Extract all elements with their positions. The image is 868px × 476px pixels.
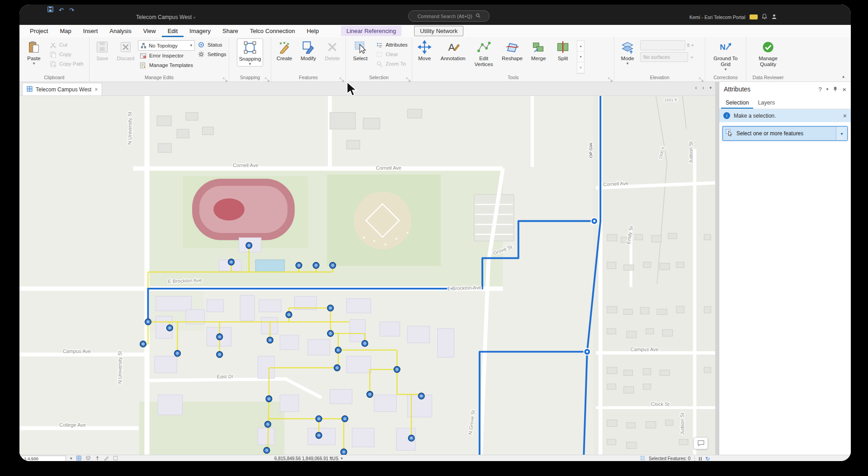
clear-icon [376,51,383,58]
chevron-down-icon: ▾ [193,15,196,20]
modify-button[interactable]: Modify [297,38,320,62]
map-canvas[interactable]: Cornell AveCornell AveCornell AveE Brock… [19,96,715,455]
cut-button[interactable]: Cut [48,40,85,49]
street-label: Campus Ave [63,348,91,354]
ground-to-grid-button[interactable]: N Ground To Grid ▾ [709,38,742,71]
topology-dropdown[interactable]: No Topology ▾ [138,40,195,51]
paste-button[interactable]: Paste ▾ [21,38,47,66]
ground-to-grid-icon: N [719,40,732,54]
elevation-mode-button[interactable]: Mode ▾ [616,38,639,66]
account-area[interactable]: Kemi - Esri Telecom Portal [689,14,777,20]
reshape-tool-button[interactable]: Reshape [500,38,524,62]
delete-button[interactable]: Delete [321,38,344,62]
select-button[interactable]: Select [348,38,373,62]
clear-selection-button[interactable]: Clear [374,50,407,59]
tab-linear-referencing[interactable]: Linear Referencing [341,26,401,36]
collapse-ribbon-icon[interactable]: ▴ [842,74,844,79]
tab-telco-connection[interactable]: Telco Connection [244,25,301,37]
ribbon-tab-row: Project Map Insert Analysis View Edit Im… [19,25,851,37]
discard-icon [119,40,132,54]
error-inspector-button[interactable]: Error Inspector [138,51,195,60]
map-comment-button[interactable] [693,437,708,449]
gallery-up-icon[interactable]: ▴ [577,41,584,52]
zoom-to-button[interactable]: Zoom To [374,59,407,68]
ribbon-group-tools: Move A Annotation Edit Vertices Reshape … [412,37,614,81]
tab-list-icon[interactable]: ▾ [709,85,712,91]
svg-text:N: N [720,43,726,52]
chevron-down-icon: ▾ [341,457,343,461]
map-view[interactable]: Cornell AveCornell AveCornell AveE Brock… [19,96,715,455]
attributes-button[interactable]: Attributes [374,40,407,49]
dialog-launcher-icon[interactable] [265,76,269,80]
dialog-launcher-icon[interactable] [406,76,410,80]
close-tab-icon[interactable]: × [94,86,98,93]
chevron-down-icon: ▾ [725,67,727,71]
tab-imagery[interactable]: Imagery [184,25,217,37]
chevron-down-icon[interactable]: ▾ [836,127,847,140]
tab-view[interactable]: View [137,25,162,37]
select-features-dropdown[interactable]: Select one or more features ▾ [722,126,848,141]
edit-vertices-button[interactable]: Edit Vertices [471,38,496,67]
create-button[interactable]: Create [273,38,296,62]
manage-quality-button[interactable]: Manage Quality [754,38,783,67]
tools-gallery-scrollbar[interactable]: ▴ ▾ ≡ [577,40,585,74]
close-panel-icon[interactable]: × [842,86,846,93]
map-icon [27,86,33,93]
undo-icon[interactable]: ↶ [59,7,64,14]
project-title[interactable]: Telecom Campus West ▾ [136,14,195,20]
add-surface-icon[interactable]: + [690,54,693,61]
tab-help[interactable]: Help [301,25,325,37]
manage-templates-button[interactable]: Manage Templates [138,61,195,70]
refresh-icon[interactable]: ↻ [705,456,710,462]
map-view-tab[interactable]: Telecom Campus West × [22,83,102,95]
ribbon-group-clipboard: Paste ▾ Cut Copy Copy Path [19,37,90,81]
dialog-launcher-icon[interactable] [340,76,344,80]
settings-button[interactable]: Settings [196,50,227,59]
pause-drawing-icon[interactable] [699,457,702,461]
street-label: Judson St [688,141,693,163]
tab-share[interactable]: Share [217,25,244,37]
copy-path-button[interactable]: Copy Path [48,59,85,68]
edit-vertices-icon [477,40,491,54]
scroll-tabs-right-icon[interactable]: › [702,85,704,91]
notifications-bell-icon[interactable] [762,14,767,20]
tab-project[interactable]: Project [24,25,54,37]
command-search-input[interactable]: Command Search (Alt+Q) [408,10,490,22]
gallery-expand-icon[interactable]: ≡ [577,62,584,73]
status-button[interactable]: Status [196,40,227,49]
discard-edits-button[interactable]: Discard [115,38,137,62]
user-avatar-icon[interactable] [771,14,777,20]
merge-tool-button[interactable]: Merge [528,38,549,62]
panel-tab-layers[interactable]: Layers [753,96,779,109]
move-tool-button[interactable]: Move [414,38,435,62]
cut-icon [50,42,57,48]
scroll-tabs-left-icon[interactable]: ‹ [695,85,697,91]
info-icon: i [723,112,730,119]
close-banner-icon[interactable]: × [843,112,847,119]
dialog-launcher-icon[interactable] [608,76,613,80]
panel-tab-selection[interactable]: Selection [721,96,753,109]
tab-analysis[interactable]: Analysis [104,25,137,37]
gallery-down-icon[interactable]: ▾ [577,52,584,62]
pin-icon[interactable] [833,86,838,92]
dialog-launcher-icon[interactable] [223,76,227,80]
title-bar: ↶ ↷ Telecom Campus West ▾ Command Search… [19,5,851,25]
panel-menu-icon[interactable]: ▾ [826,87,829,91]
tab-insert[interactable]: Insert [77,25,104,37]
panel-splitter[interactable] [715,82,719,455]
snapping-button[interactable]: Snapping ▾ [237,38,263,67]
street-label: OP GW [588,143,593,158]
copy-button[interactable]: Copy [48,50,85,59]
tab-map[interactable]: Map [54,25,77,37]
delete-icon [326,40,339,54]
annotation-tool-button[interactable]: A Annotation [439,38,467,62]
tab-utility-network[interactable]: Utility Network [414,26,463,36]
save-project-icon[interactable] [47,6,53,14]
save-edits-button[interactable]: Save [91,38,113,62]
help-icon[interactable]: ? [818,86,821,93]
dialog-launcher-icon[interactable] [699,76,703,80]
redo-icon[interactable]: ↷ [69,7,74,14]
split-tool-button[interactable]: Split [552,38,573,62]
tab-edit[interactable]: Edit [162,25,184,37]
coordinate-readout[interactable]: 6,815,849.56 1,849,066.91 ftUS ▾ [19,455,598,461]
